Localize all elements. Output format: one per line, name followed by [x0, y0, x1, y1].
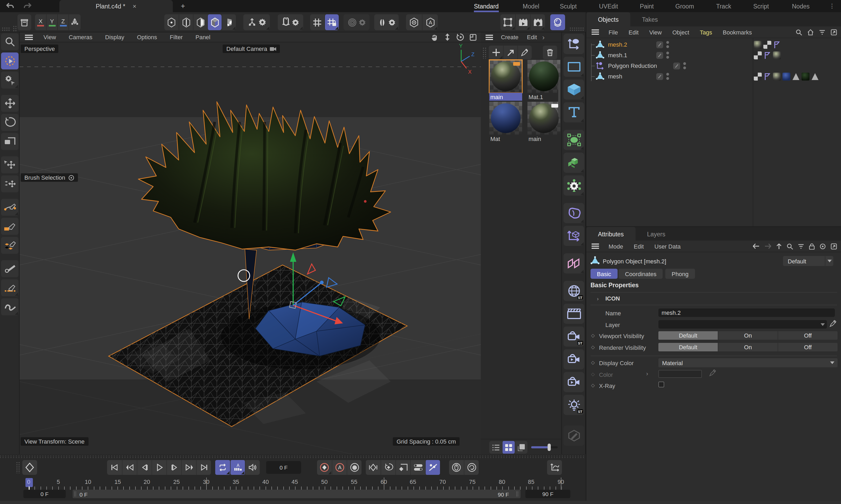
scale-tool[interactable]	[1, 133, 19, 150]
object-row-mesh2[interactable]: mesh.2	[586, 39, 841, 50]
lock-y-axis-button[interactable]: Y	[46, 14, 57, 30]
attr-lock-icon[interactable]	[809, 243, 815, 249]
visibility-dots[interactable]	[666, 51, 669, 59]
knife-tool[interactable]	[1, 260, 19, 277]
objects-home-icon[interactable]	[807, 29, 813, 35]
subdivision-surface-button[interactable]	[563, 130, 584, 150]
render-view-button[interactable]	[515, 14, 530, 30]
next-frame-button[interactable]	[166, 460, 181, 475]
autokey-button[interactable]: A	[332, 460, 347, 475]
move-tool[interactable]	[1, 95, 19, 112]
stage-object-button[interactable]	[563, 304, 584, 324]
range-end-field[interactable]: 90 F	[525, 490, 570, 498]
section-basic[interactable]: Basic	[591, 269, 618, 279]
xray-anim-diamond[interactable]: ◇	[591, 383, 595, 388]
enable-toggle[interactable]	[673, 62, 680, 69]
tag-material[interactable]	[754, 40, 762, 49]
tool-options[interactable]	[1, 72, 19, 89]
undo-icon[interactable]	[5, 2, 14, 10]
material-name[interactable]: Mat.1	[527, 93, 560, 101]
view-label[interactable]: Perspective	[21, 44, 58, 53]
object-name[interactable]: mesh.1	[608, 52, 627, 58]
material-name[interactable]: main	[489, 93, 522, 101]
camera-st-button[interactable]: ST	[563, 326, 584, 347]
pan-view-icon[interactable]	[431, 34, 439, 40]
rv-default[interactable]: Default	[658, 343, 718, 352]
tag-phong[interactable]	[773, 40, 781, 49]
slider-handle[interactable]	[548, 444, 551, 451]
material-menu-icon[interactable]	[481, 34, 497, 40]
workspace-tab-model[interactable]: Model	[523, 0, 539, 12]
objects-filter-icon[interactable]	[819, 30, 825, 35]
obj-menu-edit[interactable]: Edit	[623, 29, 644, 35]
tag-material[interactable]	[773, 72, 781, 80]
loop-playback-button[interactable]	[215, 460, 230, 475]
text-object-button[interactable]	[563, 102, 584, 122]
camera-play-button[interactable]	[563, 349, 584, 370]
annotation-button[interactable]	[563, 426, 584, 446]
workspace-overflow-icon[interactable]: ⋮	[829, 3, 835, 10]
object-row-mesh[interactable]: mesh	[586, 71, 841, 82]
rv-off[interactable]: Off	[778, 343, 838, 352]
vp-menu-options[interactable]: Options	[131, 34, 163, 40]
object-row-mesh1[interactable]: mesh.1	[586, 50, 841, 60]
tab-takes[interactable]: Takes	[630, 12, 669, 26]
vv-default[interactable]: Default	[658, 331, 718, 340]
enable-toggle[interactable]	[656, 41, 663, 48]
sculpt-sketch-tool[interactable]	[1, 299, 19, 315]
toolbar-grip[interactable]	[2, 27, 11, 31]
instance-button[interactable]	[563, 253, 584, 273]
snap-settings-button[interactable]	[278, 14, 303, 30]
tag-material[interactable]	[773, 51, 781, 59]
material-layer-view-button[interactable]	[515, 441, 527, 454]
toolbar-grip3[interactable]	[569, 27, 584, 31]
render-settings-button[interactable]	[530, 14, 545, 30]
grid-toggle-button[interactable]	[310, 14, 324, 30]
workspace-tab-uvedit[interactable]: UVEdit	[599, 0, 618, 12]
key-parameter-button[interactable]	[410, 460, 425, 475]
document-tab[interactable]: Plant.c4d * ×	[59, 0, 173, 12]
tab-attributes[interactable]: Attributes	[586, 227, 635, 241]
material-grid-view-button[interactable]	[502, 441, 515, 454]
icon-group-label[interactable]: ICON	[605, 295, 620, 302]
edges-mode-button[interactable]	[179, 14, 193, 30]
attr-back-icon[interactable]	[752, 243, 759, 249]
falloff-button[interactable]	[343, 14, 370, 30]
symmetry-button[interactable]	[374, 14, 399, 30]
obj-menu-view[interactable]: View	[644, 29, 667, 35]
icon-group-chevron[interactable]: ›	[597, 296, 599, 302]
add-tab-button[interactable]: +	[181, 2, 185, 10]
objects-menu-icon[interactable]	[586, 29, 603, 35]
material-thumbnail[interactable]	[527, 60, 560, 93]
attr-track-icon[interactable]	[819, 243, 826, 249]
generator-button[interactable]	[563, 176, 584, 196]
scene-3d[interactable]: Y Z X	[20, 42, 481, 454]
vp-menu-display[interactable]: Display	[99, 34, 131, 40]
quantize-toggle-button[interactable]	[324, 14, 339, 30]
points-mode-button[interactable]	[164, 14, 179, 30]
attr-forward-icon[interactable]	[764, 243, 771, 249]
keyframe-diamond-button[interactable]	[22, 460, 37, 475]
attr-search-icon[interactable]	[786, 243, 793, 249]
close-tab-icon[interactable]: ×	[133, 2, 137, 10]
workspace-tab-nodes[interactable]: Nodes	[792, 0, 810, 12]
rotate-record-button[interactable]	[464, 460, 479, 475]
axis-tool-button[interactable]	[243, 14, 270, 30]
viewport-menu-icon[interactable]	[20, 34, 37, 40]
workspace-tab-track[interactable]: Track	[716, 0, 731, 12]
enable-toggle[interactable]	[656, 52, 663, 58]
obj-menu-bookmarks[interactable]: Bookmarks	[717, 29, 757, 35]
display-color-dropdown[interactable]: Material	[658, 358, 838, 367]
attr-menu-userdata[interactable]: User Data	[649, 243, 686, 249]
dc-anim-diamond[interactable]: ◇	[591, 360, 595, 365]
layer-input[interactable]	[658, 320, 827, 328]
key-pla-button[interactable]	[425, 460, 440, 475]
material-thumbnail[interactable]	[527, 102, 560, 134]
primitive-cube-button[interactable]	[563, 79, 584, 100]
range-slider[interactable]: 0 F 90 F	[73, 490, 521, 498]
tag-uvw[interactable]	[754, 51, 762, 59]
autokey-all-button[interactable]: A	[230, 460, 245, 475]
tab-objects[interactable]: Objects	[586, 12, 630, 26]
transform-tool[interactable]	[1, 156, 19, 173]
section-coordinates[interactable]: Coordinates	[619, 269, 663, 279]
